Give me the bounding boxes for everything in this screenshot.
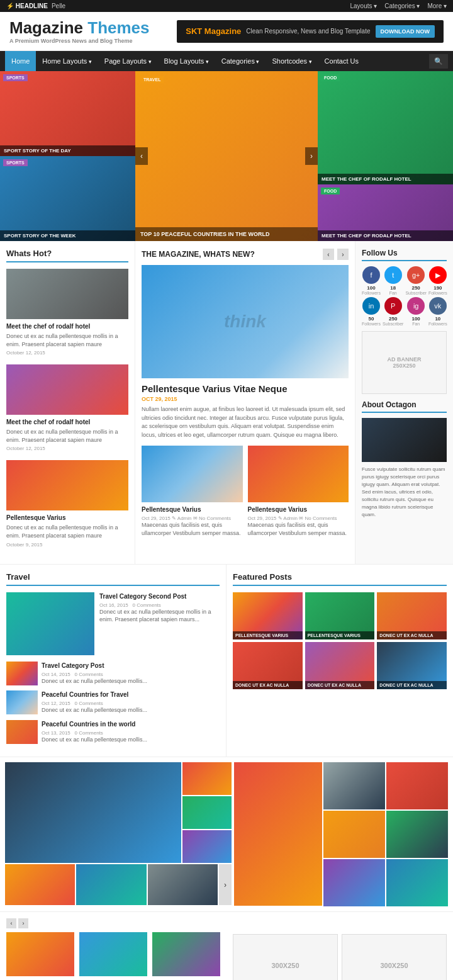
ig-count: 100	[405, 316, 426, 322]
sub-date-2: Oct 29, 2015 ✎ Admin ✉ No Comments	[248, 515, 349, 521]
article-img-3	[6, 460, 128, 510]
travel-main-text: Donec ut ex ac nulla pellentesque mollis…	[99, 608, 220, 624]
gallery-grid-4	[386, 811, 448, 858]
article-title-2: Meet the chef of rodalf hotel	[6, 418, 128, 426]
nav-home-layouts[interactable]: Home Layouts	[36, 51, 98, 71]
center-sub-articles: Pellentesque Varius Oct 29, 2015 ✎ Admin…	[142, 446, 349, 539]
center-nav: THE MAGAZINE, WHATS NEW? ‹ ›	[142, 249, 349, 260]
featured-label-3: Donec ut ex ac nulla	[377, 631, 447, 639]
featured-item-6: Donec ut ex ac nulla	[377, 642, 447, 689]
travel-side-content-1: Travel Category Post Oct 14, 2015 0 Comm…	[42, 662, 147, 687]
vk-count: 10	[428, 316, 447, 322]
follow-facebook[interactable]: f 100 Followers	[362, 266, 381, 295]
nav-home[interactable]: Home	[5, 51, 36, 71]
pinterest-icon: P	[384, 297, 402, 315]
sport2-label: SPORT STORY OF THE WEEK	[0, 230, 135, 241]
follow-googleplus[interactable]: g+ 250 Subscriber	[405, 266, 426, 295]
featured-title: Featured Posts	[233, 572, 447, 586]
sport2-badge: SPORTS	[3, 159, 28, 166]
nav-shortcodes[interactable]: Shortcodes	[266, 51, 318, 71]
headline-label: ⚡ HEADLINE	[6, 3, 48, 9]
yt-count: 190	[428, 285, 447, 291]
follow-twitter[interactable]: t 18 Fan	[383, 266, 403, 295]
travel-side-title-3: Peaceful Countries in the world	[42, 720, 147, 728]
travel-panel: Travel Travel Category Second Post Oct 1…	[0, 565, 226, 757]
top-bar-right[interactable]: Layouts Categories More	[350, 3, 447, 9]
travel-side-title-1: Travel Category Post	[42, 662, 147, 670]
categories-menu[interactable]: Categories	[384, 3, 420, 9]
sub-img-2	[248, 446, 349, 502]
logo[interactable]: Magazine Themes A Premium WordPress News…	[9, 18, 150, 44]
carousel-ads: 300X250 300X250	[226, 912, 453, 980]
follow-linkedin[interactable]: in 50 Followers	[362, 297, 381, 326]
travel-title: Travel	[6, 572, 220, 586]
article-item: Meet the chef of rodalf hotel Donec ut e…	[6, 269, 128, 356]
travel-side-text-2: Donec ut ex ac nulla pellentesque mollis…	[42, 706, 147, 714]
carousel-section: ‹ › Cras fermentum Carousel3 Oct 16, 201…	[0, 911, 453, 980]
nav-categories[interactable]: Categories	[215, 51, 266, 71]
travel-side-3: Peaceful Countries in the world Oct 13, …	[6, 720, 220, 746]
logo-mag: Magazine	[9, 18, 83, 37]
travel-featured-section: Travel Travel Category Second Post Oct 1…	[0, 564, 453, 757]
food1-label: MEET THE CHEF OF RODALF HOTEL	[318, 174, 453, 184]
center-section-title: THE MAGAZINE, WHATS NEW?	[142, 250, 320, 259]
nav-page-layouts[interactable]: Page Layouts	[98, 51, 158, 71]
carousel-next[interactable]: ›	[18, 918, 28, 928]
twitter-icon: t	[384, 266, 402, 284]
nav-blog-layouts[interactable]: Blog Layouts	[158, 51, 215, 71]
center-prev[interactable]: ‹	[323, 249, 334, 260]
banner-text: Clean Responsive, News and Blog Template	[246, 28, 370, 35]
carousel-inner: ‹ › Cras fermentum Carousel3 Oct 16, 201…	[0, 912, 226, 980]
gallery-right-grid	[323, 762, 448, 906]
gallery-bottom-thumbs: ›	[5, 864, 232, 905]
youtube-icon: ▶	[429, 266, 447, 284]
travel-side-text-3: Donec ut ex ac nulla pellentesque mollis…	[42, 736, 147, 744]
sub-article-1: Pellentesque Varius Oct 29, 2015 ✎ Admin…	[142, 446, 243, 539]
carousel-prev[interactable]: ‹	[6, 918, 16, 928]
food2-label: MEET THE CHEF OF RODALF HOTEL	[318, 230, 453, 241]
gallery-next-arrow[interactable]: ›	[219, 864, 232, 905]
featured-item-5: Donec ut ex ac nulla	[305, 642, 375, 689]
nav-contact[interactable]: Contact Us	[318, 51, 365, 71]
whats-hot-column: Whats Hot? Meet the chef of rodalf hotel…	[0, 241, 135, 564]
center-column: THE MAGAZINE, WHATS NEW? ‹ › think Pelle…	[135, 241, 355, 564]
article-date-3: October 9, 2015	[6, 542, 128, 548]
center-article-text: Nullam laoreet enim augue, at finibus le…	[142, 405, 349, 439]
follow-pinterest[interactable]: P 250 Subscriber	[383, 297, 403, 326]
carousel-items: Cras fermentum Carousel3 Oct 16, 2015 0 …	[6, 932, 220, 980]
hero-prev[interactable]: ‹	[135, 147, 148, 165]
gallery-bottom-thumb-3	[148, 864, 218, 905]
center-next[interactable]: ›	[337, 249, 349, 260]
vk-label: Followers	[428, 322, 447, 326]
follow-vk[interactable]: vk 10 Followers	[428, 297, 447, 326]
carousel-ad-size-2: 300X250	[380, 962, 408, 969]
article-text-1: Donec ut ex ac nulla pellentesque mollis…	[6, 332, 128, 348]
fb-count: 100	[362, 285, 381, 291]
nav-search-button[interactable]: 🔍	[429, 54, 448, 69]
gallery-grid-5	[323, 859, 385, 906]
article-title-3: Pellentesque Varius	[6, 514, 128, 522]
sub-date-1: Oct 29, 2015 ✎ Admin ✉ No Comments	[142, 515, 243, 521]
carousel-item-3: Cras fermentum Carousel4 Oct 16, 2015 0 …	[152, 932, 220, 980]
travel-main-title: Travel Category Second Post	[99, 592, 220, 600]
follow-youtube[interactable]: ▶ 190 Followers	[428, 266, 447, 295]
featured-item-3: Donec ut ex ac nulla	[377, 592, 447, 639]
travel-main-article: Travel Category Second Post Oct 16, 2015…	[6, 592, 220, 655]
more-menu[interactable]: More	[427, 3, 447, 9]
hero-slider: SPORTS SPORT STORY OF THE DAY SPORTS SPO…	[0, 71, 453, 241]
center-article-title: Pellentesque Varius Vitae Neque	[142, 383, 349, 394]
travel-side-1: Travel Category Post Oct 14, 2015 0 Comm…	[6, 662, 220, 687]
featured-panel: Featured Posts Pellentesque Varius Pelle…	[226, 565, 453, 757]
travel-main-img	[6, 592, 94, 655]
follow-instagram[interactable]: ig 100 Fan	[405, 297, 426, 326]
hero-next[interactable]: ›	[305, 147, 318, 165]
article-title-1: Meet the chef of rodalf hotel	[6, 322, 128, 330]
center-main-image: think	[142, 265, 349, 378]
right-column: Follow Us f 100 Followers t 18 Fan g+ 25…	[355, 241, 453, 564]
travel-side-date-2: Oct 12, 2015 0 Comments	[42, 701, 147, 706]
carousel-img-2	[79, 932, 147, 976]
header-banner: SKT Magazine Clean Responsive, News and …	[177, 20, 444, 43]
download-button[interactable]: DOWNLOAD NOW	[376, 25, 435, 38]
layouts-menu[interactable]: Layouts	[350, 3, 377, 9]
pi-count: 250	[383, 316, 403, 322]
